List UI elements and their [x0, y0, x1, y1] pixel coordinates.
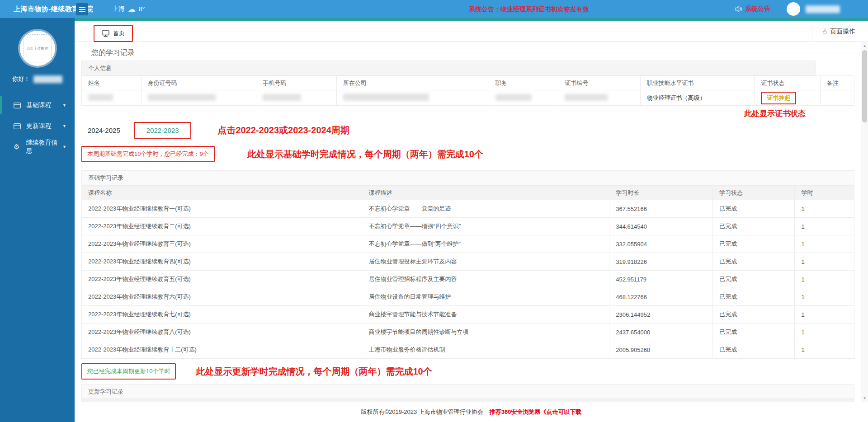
column-header: 学习时长: [609, 186, 713, 200]
certificate-cell: 物业经理证书（高级）: [640, 90, 755, 106]
table-cell: 已完成: [713, 235, 795, 253]
update-record-table: 班级名称开课时间上课地址讲师报名时间签到时间学时: [81, 399, 854, 402]
sidebar-item-basic-courses[interactable]: 基础课程 ▼: [0, 95, 75, 116]
table-row: 2022-2023年物业经理继续教育七(可选)商业楼宇管理节能与技术节能准备23…: [82, 306, 854, 324]
column-header: 职业技能水平证书: [640, 76, 755, 90]
table-cell: 468.122766: [609, 288, 713, 306]
table-cell: 已完成: [713, 306, 795, 324]
page-title-row: 您的学习记录: [81, 48, 854, 58]
chevron-down-icon: ▼: [62, 103, 66, 108]
tab-home-label: 首页: [113, 29, 125, 38]
personal-info-section-title: 个人信息: [81, 61, 816, 75]
table-cell: 1: [795, 341, 854, 359]
topbar: 上海市物协-继续教育网院 上海 ☁ 8° 系统公告：物业经理系列证书初次签发有效…: [0, 0, 868, 18]
table-cell: 319.918226: [609, 253, 713, 271]
browser-download-link[interactable]: 推荐360安全浏览器《点击可以下载: [490, 408, 582, 416]
certificate-number-cell-blurred: [558, 90, 640, 106]
personal-info-table: 姓名身份证号码手机号码所在公司职务证书编号职业技能水平证书证书状态备注 物业经理…: [81, 75, 854, 106]
table-cell: 2022-2023年物业经理继续教育十二(可选): [82, 341, 362, 359]
announcement-marquee: 系统公告：物业经理系列证书初次签发有效: [469, 0, 589, 18]
table-cell: 1: [795, 218, 854, 235]
personal-info-panel: 个人信息 姓名身份证号码手机号码所在公司职务证书编号职业技能水平证书证书状态备注: [81, 61, 854, 106]
page-actions-label: 页面操作: [830, 28, 855, 36]
sidebar-toggle-button[interactable]: [76, 3, 88, 15]
table-cell: 已完成: [713, 324, 795, 341]
annotation-update-progress: 此处显示更新学时完成情况，每个周期（两年）需完成10个: [196, 366, 432, 378]
sidebar-item-label: 继续教育信息: [26, 139, 62, 155]
main-area: 首页 ☝ 页面操作 您的学习记录 个人信息 姓名身份证号码手机号码所在公司职务证…: [75, 18, 868, 422]
table-cell: 367.552166: [609, 200, 713, 218]
phone-cell-blurred: [256, 90, 337, 106]
table-row: 2022-2023年物业经理继续教育二(可选)不忘初心学党章——增强“四个意识”…: [82, 218, 854, 235]
table-row: 2022-2023年物业经理继续教育三(可选)不忘初心学党章——做到“两个维护”…: [82, 235, 854, 253]
sidebar-menu: 基础课程 ▼ 更新课程 ▼ ⚙ 继续教育信息 ▼: [0, 95, 75, 157]
column-header: 课程描述: [362, 186, 609, 200]
table-cell: 2022-2023年物业经理继续教育二(可选): [82, 218, 362, 235]
personal-info-header-row: 姓名身份证号码手机号码所在公司职务证书编号职业技能水平证书证书状态备注: [82, 76, 854, 90]
scrollbar-thumb[interactable]: [862, 50, 867, 122]
scroll-up-arrow[interactable]: ▲: [861, 44, 868, 48]
chevron-down-icon: ▼: [62, 145, 66, 149]
basic-record-section-title: 基础学习记录: [81, 170, 854, 185]
chevron-down-icon: ▼: [62, 124, 66, 128]
page-actions-button[interactable]: ☝ 页面操作: [812, 21, 855, 42]
basic-record-table: 课程名称课程描述学习时长学习状态学时 2022-2023年物业经理继续教育一(可…: [81, 185, 854, 359]
sidebar-item-continuing-education-info[interactable]: ⚙ 继续教育信息 ▼: [0, 136, 75, 157]
cloud-icon: ☁: [128, 5, 136, 14]
table-cell: 2022-2023年物业经理继续教育四(可选): [82, 253, 362, 271]
sidebar-item-update-courses[interactable]: 更新课程 ▼: [0, 116, 75, 136]
table-cell: 2022-2023年物业经理继续教育五(可选): [82, 271, 362, 288]
column-header: 身份证号码: [141, 76, 256, 90]
sidebar-item-label: 基础课程: [26, 101, 52, 109]
speaker-icon: [735, 5, 742, 13]
table-cell: 已完成: [713, 253, 795, 271]
period-tabs-row: 2024-2025 2022-2023 点击2022-2023或2023-202…: [81, 122, 861, 139]
column-header: 姓名: [82, 76, 142, 90]
column-header: 学习状态: [713, 186, 795, 200]
table-cell: 2005.905268: [609, 341, 713, 359]
topbar-right: 系统公告: [735, 0, 840, 18]
table-row: 2022-2023年物业经理继续教育五(可选)居住物业管理招标程序及主要内容45…: [82, 271, 854, 288]
gear-icon: ⚙: [14, 143, 21, 151]
user-avatar[interactable]: [787, 2, 800, 16]
position-cell-blurred: [489, 90, 558, 106]
update-progress-box: 您已经完成本周期更新10个学时: [81, 363, 176, 380]
column-header: 所在公司: [336, 76, 489, 90]
certificate-status-badge: 证书挂起: [761, 92, 796, 104]
table-row: 2022-2023年物业经理继续教育一(可选)不忘初心学党章——党章的足迹367…: [82, 200, 854, 218]
table-cell: 已完成: [713, 218, 795, 235]
footer: 版权所有©2019-2023 上海市物业管理行业协会 推荐360安全浏览器《点击…: [75, 402, 868, 422]
avatar-upload-button[interactable]: 点击上传图片: [18, 29, 57, 68]
update-record-section-title: 更新学习记录: [81, 384, 854, 399]
table-cell: 1: [795, 306, 854, 324]
content-scroll-area: 您的学习记录 个人信息 姓名身份证号码手机号码所在公司职务证书编号职业技能水平证…: [75, 42, 861, 402]
table-cell: 1: [795, 271, 854, 288]
column-header: 职务: [489, 76, 558, 90]
basic-record-header-row: 课程名称课程描述学习时长学习状态学时: [82, 186, 854, 200]
column-header: 手机号码: [256, 76, 337, 90]
table-cell: 2022-2023年物业经理继续教育八(可选): [82, 324, 362, 341]
annotation-certificate-status: 此处显示证书状态: [744, 108, 806, 119]
scroll-down-arrow[interactable]: ▼: [861, 396, 868, 400]
avatar-upload-hint: 点击上传图片: [27, 46, 48, 51]
tab-home[interactable]: 首页: [94, 25, 133, 42]
basic-progress-row: 本周期基础需完成10个学时，您已经完成：9个 此处显示基础学时完成情况，每个周期…: [81, 146, 861, 162]
table-cell: 1: [795, 324, 854, 341]
table-cell: 2022-2023年物业经理继续教育七(可选): [82, 306, 362, 324]
sidebar: 点击上传图片 你好！ 基础课程 ▼ 更新课程 ▼ ⚙ 继续教育信息 ▼: [0, 18, 75, 422]
system-announcement-link[interactable]: 系统公告: [735, 5, 770, 13]
column-header: 课程名称: [82, 186, 362, 200]
period-tab-2022-2023[interactable]: 2022-2023: [134, 122, 192, 139]
table-row: 2022-2023年物业经理继续教育四(可选)居住物业管理投标主要环节及内容31…: [82, 253, 854, 271]
table-cell: 商业楼宇管理节能与技术节能准备: [362, 306, 609, 324]
tab-bar: 首页 ☝ 页面操作: [75, 21, 868, 42]
table-cell: 2022-2023年物业经理继续教育一(可选): [82, 200, 362, 218]
user-name-blurred: [806, 5, 840, 13]
hand-pointer-icon: ☝: [821, 27, 828, 36]
vertical-scrollbar[interactable]: ▲ ▼: [861, 42, 868, 402]
table-cell: 不忘初心学党章——增强“四个意识”: [362, 218, 609, 235]
table-cell: 已完成: [713, 288, 795, 306]
table-cell: 2306.144952: [609, 306, 713, 324]
period-tab-2024-2025[interactable]: 2024-2025: [81, 123, 127, 138]
table-cell: 商业楼宇节能项目的周期性诊断与立项: [362, 324, 609, 341]
